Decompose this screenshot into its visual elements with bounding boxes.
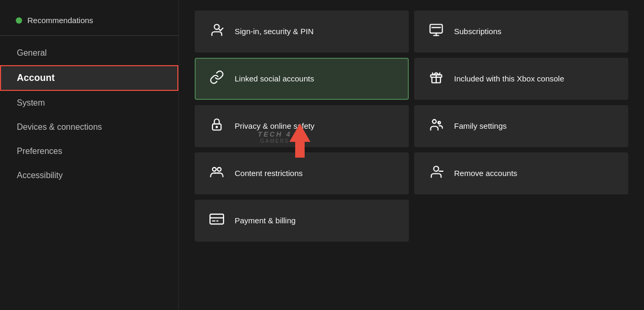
content-icon	[208, 164, 225, 183]
svg-point-12	[217, 167, 221, 171]
recommendations-section: Recommendations	[0, 11, 178, 33]
tile-included[interactable]: Included with this Xbox console	[414, 58, 628, 100]
person-icon	[208, 23, 225, 41]
remove-icon	[428, 164, 445, 183]
svg-point-14	[434, 166, 438, 171]
subscriptions-icon	[428, 23, 445, 41]
gift-icon	[428, 70, 445, 88]
svg-rect-16	[210, 214, 224, 224]
sidebar-item-general[interactable]: General	[0, 41, 178, 65]
tile-privacy[interactable]: Privacy & online safety	[195, 105, 409, 147]
tile-linked-label: Linked social accounts	[235, 74, 314, 84]
tile-content-label: Content restrictions	[235, 168, 303, 179]
tile-row-5: Payment & billing	[195, 200, 628, 242]
sidebar-item-devices[interactable]: Devices & connections	[0, 115, 178, 139]
tile-privacy-label: Privacy & online safety	[235, 121, 315, 131]
sidebar-item-account[interactable]: Account	[0, 65, 178, 91]
main-content: Sign-in, security & PIN Subscriptions	[179, 0, 644, 310]
tile-linked[interactable]: Linked social accounts	[195, 58, 409, 100]
sidebar-item-preferences[interactable]: Preferences	[0, 139, 178, 163]
payment-icon	[208, 212, 225, 230]
lock-icon	[208, 117, 225, 136]
sidebar-item-accessibility[interactable]: Accessibility	[0, 163, 178, 188]
sidebar-divider	[0, 35, 178, 36]
tile-subscriptions[interactable]: Subscriptions	[414, 11, 628, 53]
link-icon	[208, 70, 225, 88]
tile-included-label: Included with this Xbox console	[454, 74, 564, 84]
tile-remove[interactable]: Remove accounts	[414, 152, 628, 194]
sidebar: Recommendations General Account System D…	[0, 0, 179, 310]
family-icon	[428, 117, 445, 136]
tile-family[interactable]: Family settings	[414, 105, 628, 147]
sidebar-item-system[interactable]: System	[0, 91, 178, 115]
tile-subscriptions-label: Subscriptions	[454, 26, 501, 37]
svg-point-8	[216, 126, 217, 127]
tile-signin[interactable]: Sign-in, security & PIN	[195, 11, 409, 53]
svg-point-0	[214, 24, 219, 29]
tile-row-2: Linked social accounts Included with thi…	[195, 58, 628, 100]
tile-row-1: Sign-in, security & PIN Subscriptions	[195, 11, 628, 53]
svg-point-9	[432, 119, 436, 123]
recommendations-label: Recommendations	[27, 16, 93, 25]
tile-content[interactable]: Content restrictions	[195, 152, 409, 194]
tile-row-3: Privacy & online safety Family settings	[195, 105, 628, 147]
svg-rect-1	[430, 24, 442, 33]
tile-payment-label: Payment & billing	[235, 215, 296, 226]
tile-family-label: Family settings	[454, 121, 507, 131]
tile-remove-label: Remove accounts	[454, 168, 517, 179]
svg-point-11	[213, 167, 216, 171]
tile-row-4: Content restrictions Remove accounts	[195, 152, 628, 194]
empty-tile	[414, 200, 628, 242]
status-dot	[16, 17, 22, 24]
tile-signin-label: Sign-in, security & PIN	[235, 26, 314, 37]
tile-payment[interactable]: Payment & billing	[195, 200, 409, 242]
